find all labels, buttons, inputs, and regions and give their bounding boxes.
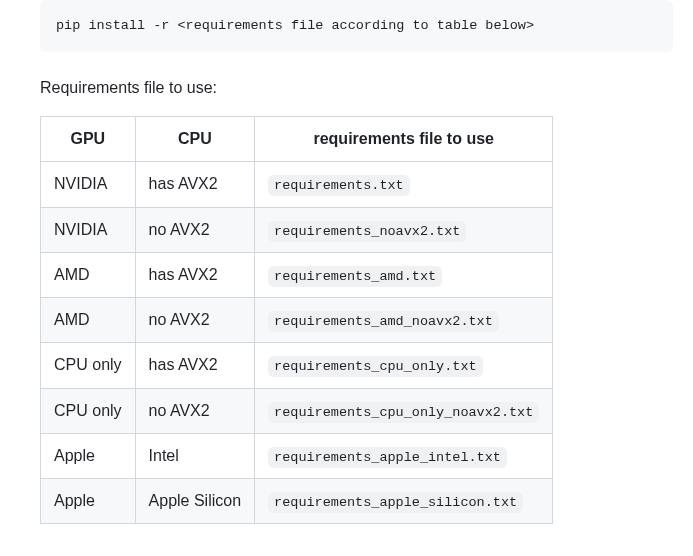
cell-gpu: AMD — [41, 252, 136, 297]
table-row: AMD no AVX2 requirements_amd_noavx2.txt — [41, 298, 553, 343]
cell-req: requirements_amd_noavx2.txt — [255, 298, 553, 343]
cell-req: requirements_noavx2.txt — [255, 207, 553, 252]
req-code: requirements_amd.txt — [268, 266, 442, 287]
header-req: requirements file to use — [255, 117, 553, 162]
intro-text: Requirements file to use: — [40, 76, 673, 100]
header-gpu: GPU — [41, 117, 136, 162]
req-code: requirements.txt — [268, 175, 410, 196]
cell-gpu: CPU only — [41, 388, 136, 433]
cell-req: requirements_cpu_only.txt — [255, 343, 553, 388]
cell-cpu: no AVX2 — [135, 207, 255, 252]
table-row: NVIDIA no AVX2 requirements_noavx2.txt — [41, 207, 553, 252]
req-code: requirements_apple_intel.txt — [268, 447, 507, 468]
cell-req: requirements_apple_silicon.txt — [255, 479, 553, 524]
req-code: requirements_cpu_only.txt — [268, 356, 483, 377]
table-row: Apple Apple Silicon requirements_apple_s… — [41, 479, 553, 524]
cell-cpu: has AVX2 — [135, 252, 255, 297]
cell-gpu: CPU only — [41, 343, 136, 388]
table-row: AMD has AVX2 requirements_amd.txt — [41, 252, 553, 297]
cell-gpu: Apple — [41, 479, 136, 524]
table-header-row: GPU CPU requirements file to use — [41, 117, 553, 162]
cell-cpu: has AVX2 — [135, 343, 255, 388]
requirements-table: GPU CPU requirements file to use NVIDIA … — [40, 116, 673, 524]
cell-req: requirements_apple_intel.txt — [255, 433, 553, 478]
cell-gpu: NVIDIA — [41, 207, 136, 252]
table-row: NVIDIA has AVX2 requirements.txt — [41, 162, 553, 207]
cell-req: requirements.txt — [255, 162, 553, 207]
cell-gpu: NVIDIA — [41, 162, 136, 207]
cell-cpu: Intel — [135, 433, 255, 478]
cell-gpu: Apple — [41, 433, 136, 478]
table-row: CPU only has AVX2 requirements_cpu_only.… — [41, 343, 553, 388]
cell-req: requirements_cpu_only_noavx2.txt — [255, 388, 553, 433]
header-cpu: CPU — [135, 117, 255, 162]
install-command-codeblock: pip install -r <requirements file accord… — [40, 0, 673, 52]
cell-gpu: AMD — [41, 298, 136, 343]
cell-cpu: no AVX2 — [135, 298, 255, 343]
table-row: Apple Intel requirements_apple_intel.txt — [41, 433, 553, 478]
table-row: CPU only no AVX2 requirements_cpu_only_n… — [41, 388, 553, 433]
req-code: requirements_amd_noavx2.txt — [268, 311, 499, 332]
req-code: requirements_cpu_only_noavx2.txt — [268, 402, 539, 423]
cell-cpu: Apple Silicon — [135, 479, 255, 524]
req-code: requirements_noavx2.txt — [268, 221, 466, 242]
cell-cpu: no AVX2 — [135, 388, 255, 433]
req-code: requirements_apple_silicon.txt — [268, 492, 523, 513]
cell-cpu: has AVX2 — [135, 162, 255, 207]
cell-req: requirements_amd.txt — [255, 252, 553, 297]
